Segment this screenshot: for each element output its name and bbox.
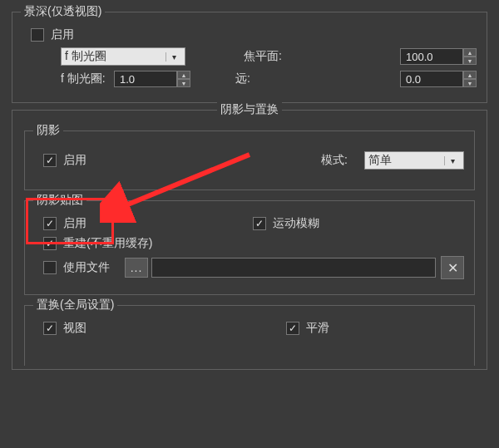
shadow-section-header: 阴影与置换	[217, 102, 282, 117]
smooth-checkbox[interactable]	[286, 322, 299, 335]
focal-plane-spinner[interactable]: 100.0 ▲ ▼	[400, 48, 477, 65]
motion-blur-checkbox[interactable]	[253, 217, 266, 230]
far-label: 远:	[235, 71, 310, 86]
spinner-up-icon[interactable]: ▲	[463, 71, 477, 79]
spinner-down-icon[interactable]: ▼	[463, 57, 477, 65]
filepath-input[interactable]	[151, 258, 436, 278]
shadowmap-enable-label: 启用	[63, 216, 86, 231]
motion-blur-label: 运动模糊	[273, 216, 319, 231]
dof-title: 景深(仅透视图)	[21, 4, 105, 19]
dof-enable-checkbox[interactable]	[31, 28, 44, 42]
clear-button[interactable]: ✕	[441, 256, 464, 279]
shadowmap-enable-checkbox[interactable]	[43, 217, 57, 230]
displacement-title: 置换(全局设置)	[33, 298, 117, 313]
shadow-displacement-group: 阴影与置换 阴影 启用 模式: 简单 ▾ 阴影贴图 启用	[12, 110, 487, 370]
fstop-spinner[interactable]: 1.0 ▲ ▼	[114, 71, 190, 87]
close-icon: ✕	[447, 260, 458, 276]
shadow-mode-label: 模式:	[321, 153, 348, 168]
spinner-up-icon[interactable]: ▲	[463, 48, 477, 57]
fstop-value[interactable]: 1.0	[114, 71, 177, 87]
fstop-label: f 制光圈:	[61, 71, 111, 86]
shadowmap-title: 阴影贴图	[33, 193, 86, 208]
shadow-title: 阴影	[33, 123, 63, 138]
displacement-group: 置换(全局设置) 视图 平滑	[24, 305, 475, 366]
browse-button[interactable]: ...	[125, 258, 148, 278]
shadow-enable-label: 启用	[63, 153, 86, 168]
shadowmap-group: 阴影贴图 启用 运动模糊 重建(不重用缓存) 使用文件 ... ✕	[24, 200, 475, 295]
view-label: 视图	[63, 321, 86, 336]
focal-plane-value[interactable]: 100.0	[400, 48, 463, 65]
aperture-dropdown[interactable]: f 制光圈 ▾	[61, 47, 185, 66]
smooth-label: 平滑	[306, 321, 329, 336]
usefile-label: 使用文件	[63, 260, 121, 275]
spinner-down-icon[interactable]: ▼	[177, 79, 190, 87]
dof-enable-label: 启用	[51, 27, 74, 42]
focal-plane-label: 焦平面:	[244, 49, 319, 64]
view-checkbox[interactable]	[43, 322, 57, 335]
rebuild-checkbox[interactable]	[43, 237, 57, 250]
dof-group: 景深(仅透视图) 启用 f 制光圈 ▾ 焦平面: 100.0 ▲ ▼ f 制光圈…	[12, 12, 487, 103]
far-value[interactable]: 0.0	[400, 71, 463, 87]
spinner-down-icon[interactable]: ▼	[463, 79, 477, 87]
usefile-checkbox[interactable]	[43, 261, 57, 274]
shadow-mode-dropdown[interactable]: 简单 ▾	[364, 151, 464, 170]
aperture-dropdown-label: f 制光圈	[65, 49, 166, 64]
spinner-up-icon[interactable]: ▲	[177, 71, 190, 79]
shadow-enable-checkbox[interactable]	[43, 154, 57, 167]
rebuild-label: 重建(不重用缓存)	[63, 236, 152, 251]
shadow-group: 阴影 启用 模式: 简单 ▾	[24, 130, 475, 190]
chevron-down-icon: ▾	[444, 156, 460, 165]
far-spinner[interactable]: 0.0 ▲ ▼	[400, 71, 477, 87]
shadow-mode-value: 简单	[368, 153, 444, 168]
chevron-down-icon: ▾	[166, 52, 181, 62]
